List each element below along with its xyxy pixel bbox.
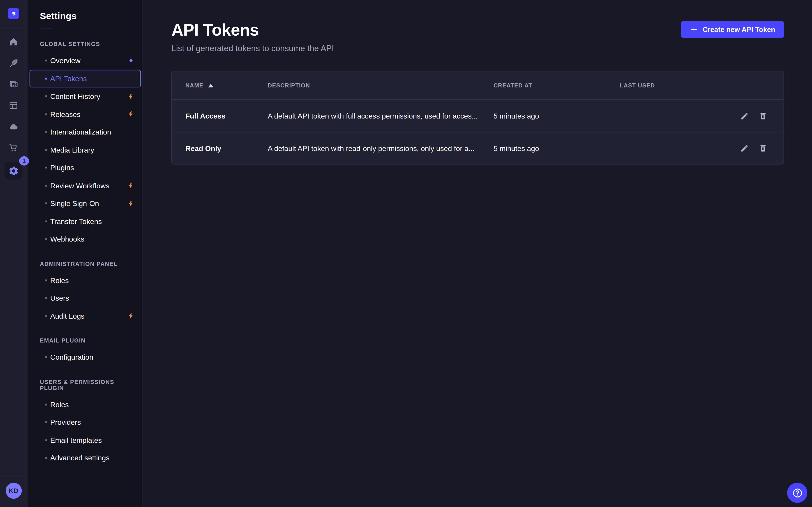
token-created-at: 5 minutes ago bbox=[494, 112, 620, 120]
sidebar-item-label: Review Workflows bbox=[50, 181, 109, 190]
sidebar-item-label: Transfer Tokens bbox=[50, 217, 102, 226]
rail-nav-icons: 1 bbox=[5, 37, 22, 180]
sidebar-section-label: EMAIL PLUGIN bbox=[28, 337, 143, 344]
token-description: A default API token with full access per… bbox=[268, 112, 494, 120]
api-tokens-table: NAME DESCRIPTION CREATED AT LAST USED Fu… bbox=[171, 71, 784, 165]
lightning-icon bbox=[128, 312, 134, 320]
row-actions bbox=[737, 141, 770, 156]
sidebar-item-label: Internationalization bbox=[50, 128, 111, 136]
bullet-icon bbox=[45, 202, 47, 205]
nav-accessory bbox=[128, 312, 134, 320]
bullet-icon bbox=[45, 149, 47, 151]
column-header-label: NAME bbox=[186, 82, 203, 89]
bullet-icon bbox=[45, 77, 47, 79]
media-library-icon[interactable] bbox=[8, 79, 19, 90]
table-body: Full Access A default API token with ful… bbox=[172, 100, 783, 164]
plus-icon bbox=[690, 25, 698, 34]
sidebar-item-label: Single Sign-On bbox=[50, 200, 99, 208]
token-created-at: 5 minutes ago bbox=[494, 144, 620, 152]
sidebar-item-internationalization[interactable]: Internationalization bbox=[30, 123, 141, 141]
lightning-icon bbox=[128, 182, 134, 189]
sidebar-item-single-sign-on[interactable]: Single Sign-On bbox=[30, 194, 141, 212]
sidebar-section-label: USERS & PERMISSIONS PLUGIN bbox=[28, 378, 143, 391]
sidebar-item-webhooks[interactable]: Webhooks bbox=[30, 230, 141, 248]
trash-icon bbox=[758, 144, 767, 153]
sidebar-item-label: Roles bbox=[50, 400, 69, 408]
pencil-icon bbox=[740, 144, 749, 153]
sidebar-item-roles[interactable]: Roles bbox=[30, 395, 141, 413]
sidebar-item-label: Webhooks bbox=[50, 235, 84, 243]
layout-icon[interactable] bbox=[8, 100, 19, 111]
column-header-description: DESCRIPTION bbox=[268, 82, 494, 89]
table-row-full-access[interactable]: Full Access A default API token with ful… bbox=[172, 100, 783, 132]
strapi-logo[interactable] bbox=[8, 8, 19, 19]
sidebar-section-administration-panel: ADMINISTRATION PANEL Roles Users Audit L… bbox=[28, 261, 143, 325]
create-api-token-button[interactable]: Create new API Token bbox=[681, 21, 784, 38]
sidebar-item-content-history[interactable]: Content History bbox=[30, 88, 141, 105]
table-row-read-only[interactable]: Read Only A default API token with read-… bbox=[172, 132, 783, 164]
nav-accessory bbox=[128, 93, 134, 100]
feather-icon[interactable] bbox=[8, 58, 19, 68]
delete-button[interactable] bbox=[756, 109, 770, 123]
bullet-icon bbox=[45, 356, 47, 358]
settings-subnav: Settings GLOBAL SETTINGS Overview API To… bbox=[28, 0, 143, 507]
settings-gear-icon[interactable]: 1 bbox=[5, 162, 22, 180]
bullet-icon bbox=[45, 60, 47, 62]
sidebar-item-label: Content History bbox=[50, 92, 100, 101]
sidebar-section-users-permissions-plugin: USERS & PERMISSIONS PLUGIN Roles Provide… bbox=[28, 378, 143, 467]
delete-button[interactable] bbox=[756, 141, 770, 156]
sidebar-item-releases[interactable]: Releases bbox=[30, 105, 141, 123]
token-name: Full Access bbox=[186, 112, 268, 120]
sidebar-item-plugins[interactable]: Plugins bbox=[30, 159, 141, 177]
avatar[interactable]: KD bbox=[5, 483, 21, 499]
bullet-icon bbox=[45, 315, 47, 317]
sidebar-item-overview[interactable]: Overview bbox=[30, 52, 141, 70]
sidebar-item-label: Configuration bbox=[50, 353, 93, 361]
sidebar-item-email-templates[interactable]: Email templates bbox=[30, 431, 141, 449]
sidebar-item-api-tokens[interactable]: API Tokens bbox=[30, 70, 141, 88]
token-name: Read Only bbox=[186, 144, 268, 152]
bullet-icon bbox=[45, 238, 47, 240]
column-header-last-used: LAST USED bbox=[620, 82, 730, 89]
settings-notification-badge: 1 bbox=[19, 156, 29, 165]
trash-icon bbox=[758, 112, 767, 120]
sidebar-item-label: API Tokens bbox=[50, 74, 87, 83]
help-button[interactable] bbox=[787, 483, 808, 503]
sidebar-item-label: Overview bbox=[50, 57, 81, 65]
sidebar-item-roles[interactable]: Roles bbox=[30, 271, 141, 289]
notification-dot bbox=[130, 59, 133, 62]
sidebar-item-review-workflows[interactable]: Review Workflows bbox=[30, 177, 141, 194]
sidebar-item-audit-logs[interactable]: Audit Logs bbox=[30, 307, 141, 325]
cloud-icon[interactable] bbox=[8, 122, 19, 132]
sidebar-item-media-library[interactable]: Media Library bbox=[30, 141, 141, 159]
bullet-icon bbox=[45, 95, 47, 97]
sidebar-section-items: Overview API Tokens Content History Rele… bbox=[28, 52, 143, 248]
sidebar-item-configuration[interactable]: Configuration bbox=[30, 348, 141, 366]
sidebar-section-items: Roles Users Audit Logs bbox=[28, 271, 143, 325]
bullet-icon bbox=[45, 439, 47, 441]
sidebar-section-label: GLOBAL SETTINGS bbox=[28, 41, 143, 47]
strapi-admin-app: 1 KD Settings GLOBAL SETTINGS Overview A… bbox=[0, 0, 812, 507]
create-api-token-label: Create new API Token bbox=[703, 26, 775, 33]
sidebar-section-items: Roles Providers Email templates Advanced… bbox=[28, 395, 143, 467]
main-content: API Tokens List of generated tokens to c… bbox=[144, 0, 812, 507]
sidebar-item-advanced-settings[interactable]: Advanced settings bbox=[30, 449, 141, 467]
sidebar-item-users[interactable]: Users bbox=[30, 289, 141, 307]
sidebar-item-providers[interactable]: Providers bbox=[30, 413, 141, 431]
lightning-icon bbox=[128, 93, 134, 100]
sidebar-section-global-settings: GLOBAL SETTINGS Overview API Tokens Cont… bbox=[28, 41, 143, 248]
sidebar-item-transfer-tokens[interactable]: Transfer Tokens bbox=[30, 212, 141, 230]
column-header-name[interactable]: NAME bbox=[186, 82, 268, 89]
sidebar-section-email-plugin: EMAIL PLUGIN Configuration bbox=[28, 337, 143, 366]
edit-button[interactable] bbox=[737, 141, 751, 156]
nav-accessory bbox=[128, 110, 134, 118]
nav-accessory bbox=[128, 182, 134, 189]
bullet-icon bbox=[45, 220, 47, 222]
logo-area bbox=[0, 0, 27, 27]
edit-button[interactable] bbox=[737, 109, 751, 123]
bullet-icon bbox=[45, 131, 47, 133]
marketplace-cart-icon[interactable] bbox=[8, 143, 19, 153]
home-icon[interactable] bbox=[8, 37, 19, 47]
sidebar-item-label: Audit Logs bbox=[50, 312, 85, 320]
bullet-icon bbox=[45, 184, 47, 186]
